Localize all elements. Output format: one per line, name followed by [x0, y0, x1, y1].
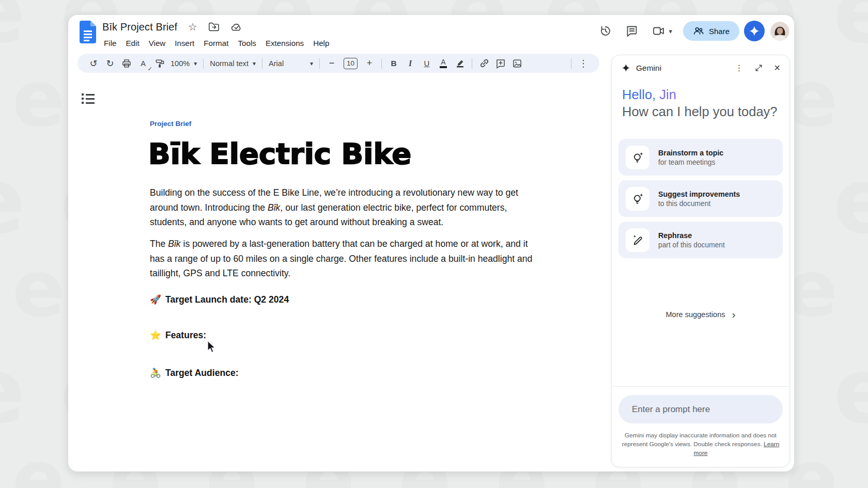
- caret-down-icon: ▾: [253, 60, 256, 67]
- gemini-greeting: Hello, Jin How can I help you today?: [622, 86, 778, 120]
- font-size-input[interactable]: 10: [344, 58, 358, 69]
- font-select[interactable]: Arial ▾: [269, 59, 313, 68]
- suggestion-brainstorm[interactable]: Brainstorm a topic for team meetings: [618, 139, 783, 176]
- mouse-cursor: [207, 340, 216, 354]
- lightbulb-spark-icon: [626, 146, 649, 169]
- doc-features-line: ⭐Features:: [150, 330, 206, 341]
- app-window: Bīk Project Brief ☆ File Edit View Inser…: [68, 15, 794, 471]
- doc-launch-line: 🚀Target Launch date: Q2 2024: [150, 294, 289, 305]
- increase-font-size-button[interactable]: +: [364, 57, 375, 70]
- text-color-button[interactable]: A: [438, 57, 449, 70]
- share-label: Share: [709, 27, 730, 36]
- gemini-spark-icon: [622, 64, 630, 72]
- expand-icon[interactable]: [755, 64, 763, 72]
- suggestion-title: Brainstorm a topic: [658, 149, 723, 157]
- rocket-emoji: 🚀: [150, 294, 161, 305]
- doc-audience-line: 🚴Target Audience:: [150, 368, 239, 379]
- gemini-button[interactable]: [744, 21, 765, 41]
- suggestion-title: Suggest improvements: [658, 190, 740, 198]
- move-folder-icon[interactable]: [208, 21, 220, 33]
- spellcheck-button[interactable]: A✓: [137, 57, 149, 70]
- gemini-disclaimer: Gemini may display inaccurate informatio…: [618, 431, 783, 458]
- more-suggestions-link[interactable]: More suggestions ›: [612, 310, 789, 319]
- suggestion-rephrase[interactable]: Rephrase part of this document: [618, 222, 783, 258]
- menu-tools[interactable]: Tools: [233, 39, 260, 48]
- paragraph-style-select[interactable]: Normal text ▾: [210, 59, 256, 68]
- version-history-icon[interactable]: [599, 25, 612, 37]
- comments-icon[interactable]: [626, 25, 638, 37]
- menu-format[interactable]: Format: [199, 39, 233, 48]
- gemini-spark-icon: [749, 25, 760, 37]
- user-avatar[interactable]: [770, 22, 789, 41]
- suggestion-improvements[interactable]: Suggest improvements to this document: [618, 180, 783, 217]
- star-icon[interactable]: ☆: [188, 22, 197, 32]
- cloud-saved-icon[interactable]: [230, 21, 242, 33]
- join-call-control[interactable]: ▾: [652, 25, 672, 37]
- insert-link-button[interactable]: [478, 57, 490, 70]
- gemini-menu-button[interactable]: ⋮: [735, 63, 743, 73]
- people-icon: [693, 25, 704, 37]
- zoom-select[interactable]: 100% ▾: [171, 59, 197, 68]
- suggestion-subtitle: to this document: [658, 200, 740, 208]
- cyclist-emoji: 🚴: [150, 368, 161, 378]
- italic-button[interactable]: I: [405, 57, 416, 70]
- paint-format-button[interactable]: [154, 57, 165, 70]
- doc-heading: Bīk Electric Bike: [148, 137, 411, 170]
- suggestion-subtitle: for team meetings: [658, 159, 723, 166]
- close-icon[interactable]: ✕: [774, 63, 781, 73]
- menu-extensions[interactable]: Extensions: [261, 39, 308, 48]
- greeting-question: How can I help you today?: [622, 103, 778, 120]
- underline-button[interactable]: U: [421, 57, 432, 70]
- menu-file[interactable]: File: [99, 39, 121, 48]
- lightbulb-spark-icon: [626, 187, 649, 211]
- menubar: File Edit View Insert Format Tools Exten…: [99, 36, 334, 50]
- toolbar-more-button[interactable]: ⋮: [578, 57, 589, 70]
- menu-edit[interactable]: Edit: [121, 39, 144, 48]
- google-docs-icon[interactable]: [80, 21, 96, 43]
- insert-image-button[interactable]: [512, 57, 523, 70]
- caret-down-icon: ▾: [310, 60, 313, 67]
- gemini-panel-title: Gemini: [636, 64, 661, 73]
- doc-eyebrow-label: Project Brief: [150, 120, 191, 128]
- document-outline-button[interactable]: [82, 93, 96, 106]
- star-emoji: ⭐: [150, 330, 161, 340]
- print-button[interactable]: [121, 57, 132, 70]
- share-button[interactable]: Share: [683, 21, 739, 41]
- greeting-name: Jin: [656, 87, 676, 102]
- menu-view[interactable]: View: [144, 39, 171, 48]
- add-comment-button[interactable]: [495, 57, 506, 70]
- highlight-color-button[interactable]: [454, 57, 466, 70]
- prompt-pill[interactable]: [618, 395, 783, 423]
- document-title[interactable]: Bīk Project Brief: [102, 21, 177, 33]
- menu-help[interactable]: Help: [308, 39, 334, 48]
- doc-paragraph-1: Building on the success of the E Bike Li…: [150, 185, 536, 230]
- redo-button[interactable]: ↻: [104, 57, 116, 70]
- greeting-hello: Hello,: [622, 87, 656, 102]
- prompt-input[interactable]: [618, 404, 783, 415]
- caret-down-icon[interactable]: ▾: [669, 27, 672, 35]
- undo-button[interactable]: ↺: [88, 57, 99, 70]
- chevron-right-icon: ›: [732, 311, 736, 318]
- check-icon: ✓: [148, 66, 152, 72]
- gemini-panel: Gemini ⋮ ✕ Hello, Jin How can I help you…: [611, 55, 790, 467]
- decrease-font-size-button[interactable]: −: [326, 57, 337, 70]
- menu-insert[interactable]: Insert: [170, 39, 199, 48]
- suggestion-subtitle: part of this document: [658, 241, 725, 249]
- suggestion-title: Rephrase: [658, 231, 725, 240]
- doc-paragraph-2: The Bīk is powered by a last-generation …: [150, 237, 536, 281]
- bold-button[interactable]: B: [388, 57, 399, 70]
- pen-spark-icon: [626, 228, 649, 252]
- caret-down-icon: ▾: [194, 60, 197, 67]
- video-call-icon: [652, 25, 665, 37]
- toolbar: ↺ ↻ A✓ 100% ▾ Normal text ▾: [78, 54, 599, 73]
